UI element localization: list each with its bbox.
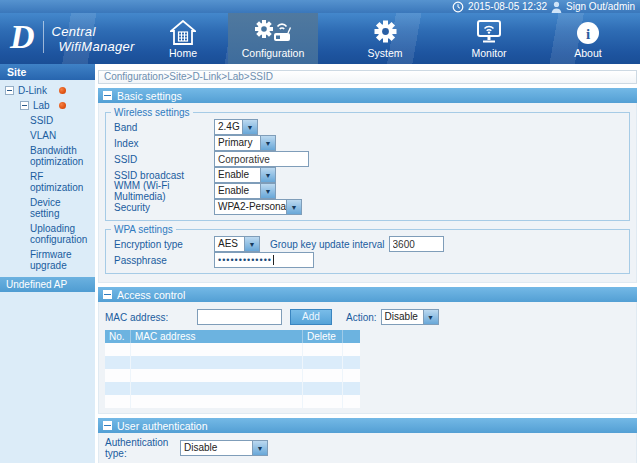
table-row — [105, 382, 360, 395]
user-authentication-header[interactable]: User authentication — [98, 418, 637, 433]
collapse-section-icon[interactable] — [103, 290, 112, 299]
passphrase-input[interactable]: ••••••••••••• — [214, 252, 314, 268]
alert-dot-icon — [59, 87, 66, 94]
ssid-input[interactable] — [214, 151, 309, 167]
mac-address-input[interactable] — [197, 309, 282, 325]
nav-tab-home[interactable]: Home — [143, 13, 223, 64]
sidebar-item-uploading-configuration[interactable]: Uploading configuration — [0, 221, 95, 247]
wireless-settings-fieldset: Wireless settings Band 2.4G ▼ Index Prim… — [105, 107, 630, 221]
chevron-down-icon[interactable]: ▼ — [242, 120, 257, 134]
section-access-control: Access control MAC address: Add Action: … — [98, 287, 637, 414]
mac-table: No. MAC address Delete — [105, 330, 360, 408]
sidebar-item-device-setting[interactable]: Device setting — [0, 195, 95, 221]
tree-label: Device setting — [30, 197, 61, 219]
wireless-settings-legend: Wireless settings — [111, 107, 193, 118]
band-row: Band 2.4G ▼ — [114, 119, 621, 135]
band-label: Band — [114, 122, 214, 133]
tree-label: D-Link — [18, 85, 47, 96]
ssid-label: SSID — [114, 154, 214, 165]
chevron-down-icon[interactable]: ▼ — [260, 168, 275, 182]
system-icon — [345, 13, 425, 45]
main-content: Configuration>Site>D-Link>Lab>SSID Basic… — [95, 64, 640, 463]
wpa-settings-legend: WPA settings — [111, 224, 176, 235]
collapse-section-icon[interactable] — [103, 91, 112, 100]
mac-address-label: MAC address: — [105, 312, 197, 323]
nav-tab-configuration[interactable]: Configuration — [228, 13, 318, 64]
wmm-row: WMM (Wi-Fi Multimedia) Enable ▼ — [114, 183, 621, 199]
topbar: 2015-08-05 12:32 Sign Out/admin — [0, 0, 640, 13]
section-user-authentication: User authentication Authentication type:… — [98, 418, 637, 463]
add-button[interactable]: Add — [290, 309, 332, 325]
chevron-down-icon[interactable]: ▼ — [260, 184, 275, 198]
ssid-row: SSID — [114, 151, 621, 167]
nav-tab-monitor[interactable]: Monitor — [449, 13, 529, 64]
security-select[interactable]: WPA2-Personal ▼ — [214, 199, 302, 215]
table-row — [105, 356, 360, 369]
table-row — [105, 343, 360, 356]
tree-label: SSID — [30, 115, 53, 126]
mac-address-row: MAC address: Add Action: Disable ▼ — [105, 307, 630, 327]
sidebar: Site D-Link Lab SSID VLAN Bandwidth opti… — [0, 64, 95, 463]
user-icon — [551, 1, 562, 13]
breadcrumb: Configuration>Site>D-Link>Lab>SSID — [98, 70, 637, 84]
tree-label: VLAN — [30, 130, 56, 141]
col-header-delete: Delete — [303, 330, 343, 343]
band-select[interactable]: 2.4G ▼ — [214, 119, 258, 135]
section-title: Basic settings — [117, 90, 182, 102]
action-select[interactable]: Disable ▼ — [381, 309, 439, 325]
group-key-label: Group key update interval — [270, 239, 385, 250]
encryption-type-select[interactable]: AES ▼ — [214, 236, 260, 252]
sidebar-item-undefined-ap[interactable]: Undefined AP — [0, 277, 95, 292]
brand: D Central WifiManager — [10, 15, 135, 59]
section-title: Access control — [117, 289, 185, 301]
basic-settings-header[interactable]: Basic settings — [98, 88, 637, 103]
encryption-type-label: Encryption type — [114, 239, 214, 250]
sidebar-item-rf-optimization[interactable]: RF optimization — [0, 169, 95, 195]
chevron-down-icon[interactable]: ▼ — [252, 441, 267, 455]
chevron-down-icon[interactable]: ▼ — [423, 310, 438, 324]
passphrase-row: Passphrase ••••••••••••• — [114, 252, 621, 268]
collapse-section-icon[interactable] — [103, 421, 112, 430]
authentication-type-select[interactable]: Disable ▼ — [180, 440, 268, 456]
index-select[interactable]: Primary ▼ — [214, 135, 276, 151]
chevron-down-icon[interactable]: ▼ — [260, 136, 275, 150]
ssid-broadcast-select[interactable]: Enable ▼ — [214, 167, 276, 183]
chevron-down-icon[interactable]: ▼ — [286, 200, 301, 214]
tree-label: RF optimization — [30, 171, 83, 193]
dlink-logo: D — [10, 15, 35, 59]
wmm-select[interactable]: Enable ▼ — [214, 183, 276, 199]
tree-label: Bandwidth optimization — [30, 145, 83, 167]
authentication-type-row: Authentication type: Disable ▼ — [105, 439, 630, 457]
sidebar-item-vlan[interactable]: VLAN — [0, 128, 95, 143]
tree-label: Lab — [33, 100, 50, 111]
nav-tab-about[interactable]: i About — [548, 13, 628, 64]
tree-label: Uploading configuration — [30, 223, 87, 245]
access-control-body: MAC address: Add Action: Disable ▼ No. M… — [98, 302, 637, 414]
index-label: Index — [114, 138, 214, 149]
col-header-mac-address: MAC address — [131, 330, 303, 343]
nav-tab-system[interactable]: System — [345, 13, 425, 64]
sidebar-item-bandwidth-optimization[interactable]: Bandwidth optimization — [0, 143, 95, 169]
collapse-minus-icon[interactable] — [5, 86, 14, 95]
group-key-input[interactable] — [389, 236, 444, 252]
wmm-label: WMM (Wi-Fi Multimedia) — [114, 180, 214, 202]
section-basic-settings: Basic settings Wireless settings Band 2.… — [98, 88, 637, 283]
sign-out-link[interactable]: Sign Out/admin — [566, 1, 635, 12]
index-row: Index Primary ▼ — [114, 135, 621, 151]
tree-label: Firmware upgrade — [30, 249, 72, 271]
col-header-extra — [343, 330, 360, 343]
home-icon — [143, 13, 223, 45]
central-wifimanager-window: 2015-08-05 12:32 Sign Out/admin D Centra… — [0, 0, 640, 463]
sidebar-item-ssid[interactable]: SSID — [0, 113, 95, 128]
col-header-no: No. — [105, 330, 131, 343]
sidebar-item-lab[interactable]: Lab — [0, 98, 95, 113]
chevron-down-icon[interactable]: ▼ — [244, 237, 259, 251]
configuration-icon — [228, 13, 318, 45]
security-row: Security WPA2-Personal ▼ — [114, 199, 621, 215]
sidebar-item-dlink[interactable]: D-Link — [0, 83, 95, 98]
access-control-header[interactable]: Access control — [98, 287, 637, 302]
collapse-minus-icon[interactable] — [20, 101, 29, 110]
about-icon: i — [548, 13, 628, 45]
sidebar-item-firmware-upgrade[interactable]: Firmware upgrade — [0, 247, 95, 273]
mac-table-header-row: No. MAC address Delete — [105, 330, 360, 343]
